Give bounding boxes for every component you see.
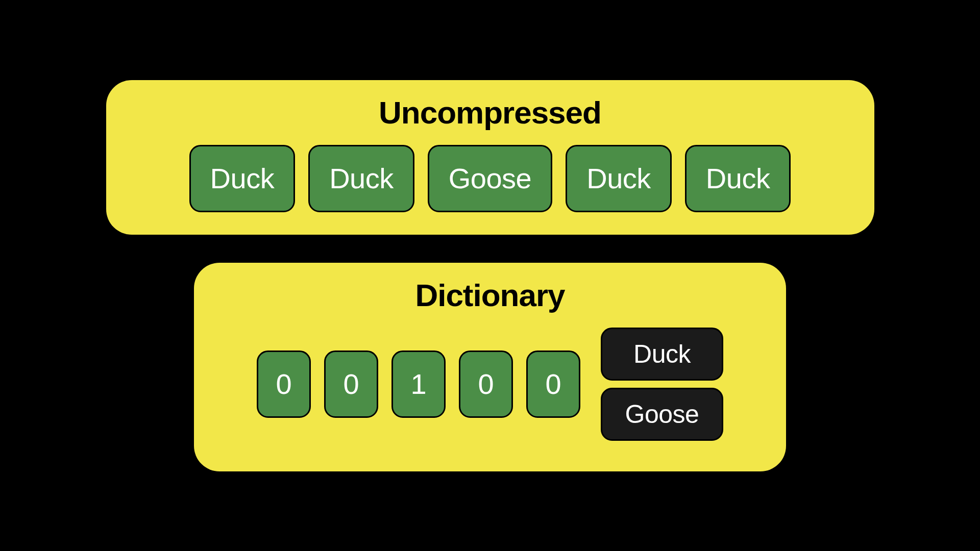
dictionary-title: Dictionary: [415, 277, 565, 313]
uncompressed-title: Uncompressed: [379, 94, 601, 131]
dictionary-value: Duck: [601, 328, 723, 381]
dictionary-code: 0: [324, 350, 378, 418]
uncompressed-item: Duck: [566, 145, 672, 212]
dictionary-values: Duck Goose: [601, 328, 723, 441]
uncompressed-panel: Uncompressed Duck Duck Goose Duck Duck: [106, 80, 874, 235]
uncompressed-row: Duck Duck Goose Duck Duck: [189, 145, 791, 212]
dictionary-code: 1: [391, 350, 446, 418]
diagram-stage: Uncompressed Duck Duck Goose Duck Duck D…: [0, 0, 980, 551]
dictionary-code: 0: [526, 350, 580, 418]
dictionary-body: 0 0 1 0 0 Duck Goose: [214, 328, 766, 441]
uncompressed-item: Duck: [189, 145, 296, 212]
dictionary-panel: Dictionary 0 0 1 0 0 Duck Goose: [194, 263, 786, 471]
dictionary-code: 0: [459, 350, 513, 418]
dictionary-codes-row: 0 0 1 0 0: [257, 350, 580, 418]
dictionary-code: 0: [257, 350, 311, 418]
uncompressed-item: Duck: [685, 145, 791, 212]
uncompressed-item: Goose: [428, 145, 553, 212]
uncompressed-item: Duck: [308, 145, 414, 212]
dictionary-value: Goose: [601, 388, 723, 441]
